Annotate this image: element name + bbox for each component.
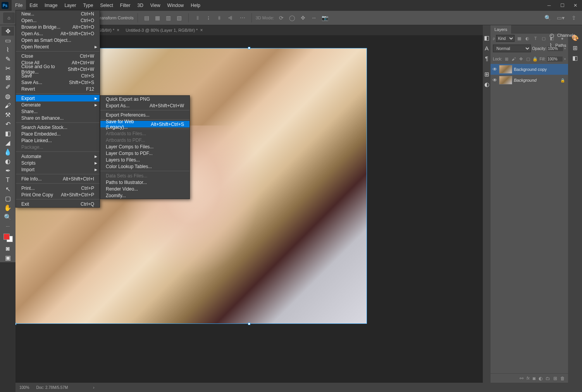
menu-file[interactable]: File [12,0,26,11]
marquee-tool[interactable]: ▭ [2,36,14,45]
menu-select[interactable]: Select [96,0,116,11]
filter-shape-icon[interactable]: ▢ [540,35,547,42]
layer-row[interactable]: 👁 Background 🔒 [491,75,568,86]
dodge-tool[interactable]: ◐ [2,157,14,166]
maximize-button[interactable]: ☐ [556,0,569,11]
menu-item-save-as-[interactable]: Save As...Shift+Ctrl+S [16,79,100,86]
close-button[interactable]: ✕ [569,0,582,11]
layer-name[interactable]: Background copy [514,67,547,72]
type-tool[interactable]: T [2,175,14,184]
menu-item-exit[interactable]: ExitCtrl+Q [16,201,100,207]
menu-item-layers-to-files-[interactable]: Layers to Files... [100,156,189,163]
menu-item-open-[interactable]: Open...Ctrl+O [16,17,100,24]
frame-tool[interactable]: ⊠ [2,73,14,82]
visibility-icon[interactable]: 👁 [492,77,498,83]
lock-pixels-icon[interactable]: 🖌 [511,55,517,62]
blend-mode-select[interactable]: Normal [493,45,531,52]
distribute-v-icon[interactable]: ⫵ [214,13,224,22]
shape-tool[interactable]: ▢ [2,194,14,203]
doc-tab-3[interactable]: Untitled-3 @ 80% (Layer 1, RGB/8#) *× [122,25,206,35]
3d-roll-icon[interactable]: ◯ [287,13,297,22]
fill-input[interactable] [547,57,563,62]
menu-item-automate[interactable]: Automate▶ [16,153,100,160]
menu-layer[interactable]: Layer [61,0,79,11]
menu-item-import[interactable]: Import▶ [16,166,100,173]
color-swatches[interactable] [3,234,13,241]
transform-handle-bottom[interactable] [248,323,250,325]
search-icon[interactable]: 🔍 [542,13,553,22]
menu-item-zoomify-[interactable]: Zoomify... [100,192,189,199]
distribute-icon[interactable]: ⫴ [193,13,203,22]
layer-name[interactable]: Background [514,78,537,83]
menu-item-scripts[interactable]: Scripts▶ [16,160,100,166]
history-brush-tool[interactable]: ↶ [2,120,14,129]
menu-item-browse-in-bridge-[interactable]: Browse in Bridge...Alt+Ctrl+O [16,24,100,30]
menu-item-render-video-[interactable]: Render Video... [100,186,189,192]
healing-tool[interactable]: ◍ [2,92,14,101]
group-icon[interactable]: 🗀 [546,376,550,381]
layer-thumbnail[interactable] [499,76,512,84]
menu-item-layer-comps-to-files-[interactable]: Layer Comps to Files... [100,143,189,150]
menu-type[interactable]: Type [79,0,96,11]
lock-position-icon[interactable]: ✥ [518,55,524,62]
paths-panel-tab[interactable]: ⌇Paths [547,40,582,50]
menu-item-open-recent[interactable]: Open Recent▶ [16,43,100,50]
align-icon[interactable]: ▧ [174,13,184,22]
adjustment-layer-icon[interactable]: ◐ [539,376,542,381]
home-button[interactable]: ⌂ [3,12,15,23]
eyedropper-tool[interactable]: ✐ [2,83,14,91]
close-icon[interactable]: × [200,28,203,33]
share-icon[interactable]: ⇪ [569,13,579,22]
transform-handle-top[interactable] [248,47,250,49]
transform-handle-bl[interactable] [15,323,16,325]
distribute-h-icon[interactable]: ⫶ [203,13,214,22]
edit-toolbar-icon[interactable]: ⋯ [2,222,14,231]
lock-icon[interactable]: 🔒 [560,78,565,83]
zoom-level[interactable]: 100% [19,385,29,390]
menu-item-file-info-[interactable]: File Info...Alt+Shift+Ctrl+I [16,175,100,182]
3d-camera-icon[interactable]: 📷 [320,13,330,22]
menu-item-quick-export-as-png[interactable]: Quick Export as PNG [100,96,189,102]
quick-select-tool[interactable]: ✎ [2,55,14,64]
fx-icon[interactable]: fx [527,376,530,380]
more-icon[interactable]: ⋯ [238,13,248,22]
mask-icon[interactable]: ◙ [533,376,536,381]
new-layer-icon[interactable]: ⊞ [553,376,557,381]
menu-item-layer-comps-to-pdf-[interactable]: Layer Comps to PDF... [100,150,189,156]
menu-filter[interactable]: Filter [117,0,134,11]
menu-item-close[interactable]: CloseCtrl+W [16,53,100,59]
gradient-tool[interactable]: ◢ [2,138,14,147]
lock-transparency-icon[interactable]: ⊞ [504,55,510,62]
align-left-icon[interactable]: ▤ [142,13,152,22]
menu-item-generate[interactable]: Generate▶ [16,101,100,108]
menu-item-new-[interactable]: New...Ctrl+N [16,10,100,17]
menu-item-place-embedded-[interactable]: Place Embedded... [16,131,100,137]
distribute-s-icon[interactable]: ⫷ [225,13,235,22]
menu-item-revert[interactable]: RevertF12 [16,86,100,92]
path-select-tool[interactable]: ↖ [2,185,14,194]
workspace-icon[interactable]: ▭▾ [556,13,566,22]
pen-tool[interactable]: ✒ [2,166,14,175]
lasso-tool[interactable]: ⌇ [2,45,14,54]
brush-tool[interactable]: 🖌 [2,101,14,110]
menu-view[interactable]: View [147,0,164,11]
align-right-icon[interactable]: ▥ [164,13,174,22]
screen-mode-tool[interactable]: ▣ [2,253,14,262]
gradients-panel-icon[interactable]: ◧ [570,54,580,62]
lock-artboard-icon[interactable]: ▢ [525,55,531,62]
menu-3d[interactable]: 3D [134,0,146,11]
crop-tool[interactable]: ✂ [2,64,14,73]
menu-item-export-preferences-[interactable]: Export Preferences... [100,112,189,118]
align-center-icon[interactable]: ▦ [153,13,163,22]
3d-orbit-icon[interactable]: ⟳ [276,13,286,22]
menu-item-paths-to-illustrator-[interactable]: Paths to Illustrator... [100,179,189,186]
eraser-tool[interactable]: ◧ [2,129,14,138]
zoom-tool[interactable]: 🔍 [2,213,14,222]
menu-item-place-linked-[interactable]: Place Linked... [16,137,100,144]
menu-edit[interactable]: Edit [26,0,41,11]
menu-item-print-[interactable]: Print...Ctrl+P [16,185,100,191]
menu-item-close-and-go-to-bridge-[interactable]: Close and Go to Bridge...Shift+Ctrl+W [16,66,100,72]
menu-item-save-for-web-legacy-[interactable]: Save for Web (Legacy)...Alt+Shift+Ctrl+S [100,121,189,127]
minimize-button[interactable]: ─ [542,0,556,11]
hand-tool[interactable]: ✋ [2,203,14,212]
